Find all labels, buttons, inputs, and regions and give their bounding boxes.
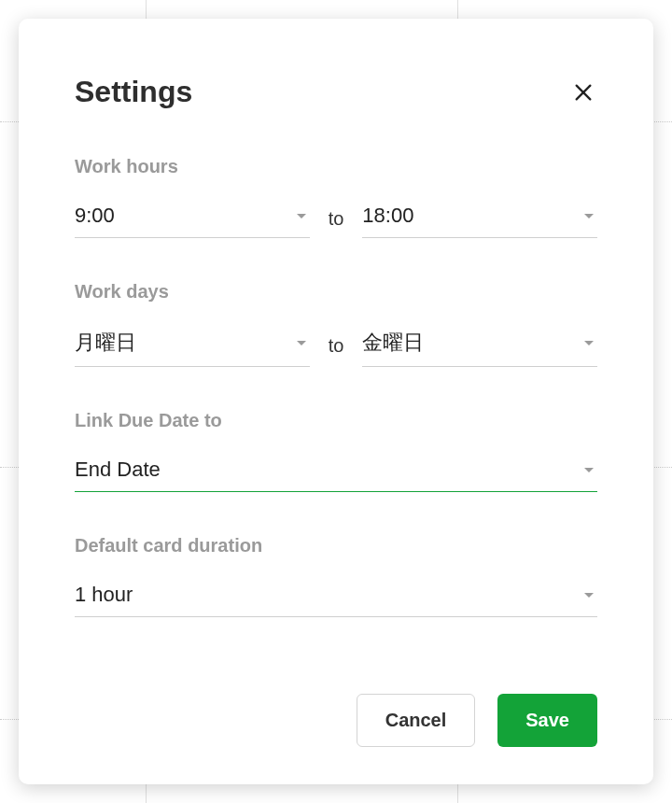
select-value: 金曜日 (362, 329, 424, 357)
select-value: 9:00 (75, 204, 115, 228)
close-icon (573, 82, 594, 103)
modal-footer: Cancel Save (75, 694, 597, 747)
select-value: 月曜日 (75, 329, 136, 357)
select-value: 18:00 (362, 204, 413, 228)
default-duration-label: Default card duration (75, 535, 597, 556)
modal-header: Settings (75, 75, 597, 109)
work-hours-to-select[interactable]: 18:00 (362, 198, 597, 238)
chevron-down-icon (297, 214, 306, 218)
work-days-to-select[interactable]: 金曜日 (362, 323, 597, 367)
work-days-group: Work days 月曜日 to 金曜日 (75, 281, 597, 367)
cancel-button[interactable]: Cancel (357, 694, 476, 747)
chevron-down-icon (584, 593, 594, 598)
work-hours-label: Work hours (75, 156, 597, 177)
default-duration-select[interactable]: 1 hour (75, 577, 597, 617)
select-value: 1 hour (75, 583, 133, 607)
settings-modal: Settings Work hours 9:00 to 18:00 Work d… (19, 19, 653, 784)
chevron-down-icon (297, 341, 306, 345)
work-hours-group: Work hours 9:00 to 18:00 (75, 156, 597, 238)
default-duration-group: Default card duration 1 hour (75, 535, 597, 617)
work-days-from-select[interactable]: 月曜日 (75, 323, 310, 367)
select-value: End Date (75, 458, 161, 482)
work-hours-from-select[interactable]: 9:00 (75, 198, 310, 238)
save-button[interactable]: Save (497, 694, 597, 747)
link-due-date-group: Link Due Date to End Date (75, 410, 597, 492)
chevron-down-icon (584, 214, 594, 218)
work-days-row: 月曜日 to 金曜日 (75, 323, 597, 367)
range-to-label: to (329, 206, 344, 230)
link-due-date-select[interactable]: End Date (75, 452, 597, 492)
work-days-label: Work days (75, 281, 597, 303)
modal-title: Settings (75, 75, 192, 109)
chevron-down-icon (584, 341, 594, 345)
close-button[interactable] (569, 78, 597, 106)
work-hours-row: 9:00 to 18:00 (75, 198, 597, 238)
range-to-label: to (329, 333, 344, 357)
chevron-down-icon (584, 468, 594, 472)
link-due-date-label: Link Due Date to (75, 410, 597, 431)
